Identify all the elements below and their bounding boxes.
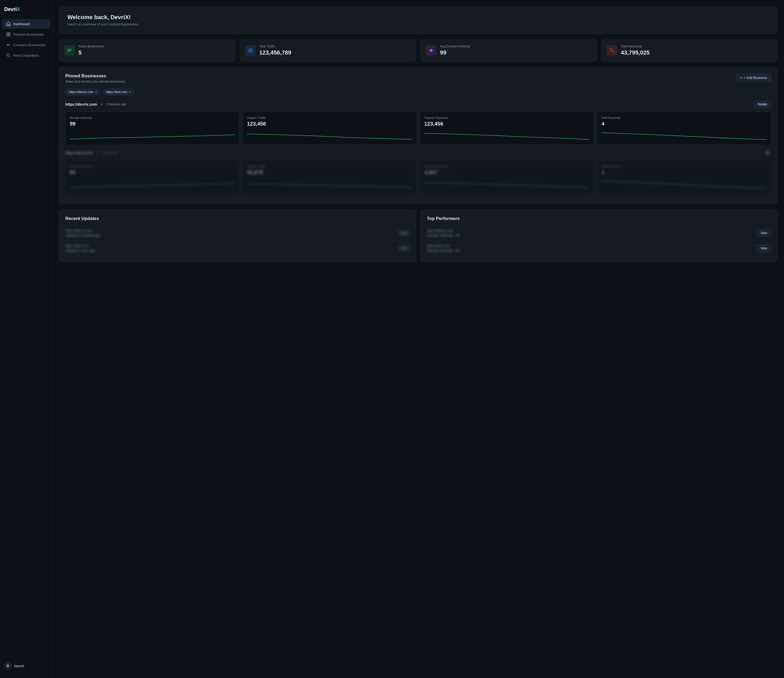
sidebar-item-dashboard-label: Dashboard bbox=[13, 22, 30, 26]
stat-avg-domain-authority: Avg Domain Authority 99 bbox=[420, 39, 597, 62]
metrics-grid-devrix: Domain Authority 99 Organic Traffic 123,… bbox=[65, 112, 771, 145]
business-url-blurred: https://test.com bbox=[65, 151, 93, 155]
metric-organic-keywords-value: 123,456 bbox=[424, 121, 590, 127]
logo: DevriX bbox=[0, 4, 52, 19]
top-performers-title: Top Performers bbox=[427, 216, 460, 221]
main-content: Welcome back, DevriX! Here's an overview… bbox=[53, 0, 784, 678]
sidebar-item-dashboard[interactable]: Dashboard bbox=[2, 19, 50, 29]
home-icon bbox=[6, 22, 11, 26]
performer-sub-1: Domain Authority · 99 bbox=[427, 233, 459, 237]
details-button-devrix[interactable]: Details bbox=[754, 101, 771, 108]
recent-updates-title: Recent Updates bbox=[65, 216, 99, 221]
sparkline-organic-traffic bbox=[247, 130, 412, 140]
view-button-2[interactable]: View bbox=[756, 245, 771, 252]
close-tab-test[interactable]: × bbox=[129, 90, 131, 94]
business-row-devrix: https://devrix.com 3 minutes ago Details… bbox=[65, 101, 771, 145]
bottom-grid: Recent Updates https://devrix.com Update… bbox=[59, 210, 778, 267]
avg-domain-authority-icon bbox=[426, 45, 436, 56]
welcome-title: Welcome back, DevriX! bbox=[67, 14, 769, 21]
performer-item-1: https://devrix.com Domain Authority · 99… bbox=[427, 225, 771, 241]
metric-blurred-2: Organic Traffic 45,678 bbox=[243, 160, 417, 193]
search-icon bbox=[6, 53, 11, 58]
svg-marker-9 bbox=[429, 48, 433, 52]
blurred-avatar bbox=[764, 149, 771, 157]
total-traffic-value: 123,456,789 bbox=[259, 49, 291, 56]
sparkline-organic-keywords bbox=[424, 130, 590, 140]
performer-item-2: https://test.com Domain Authority · 85 V… bbox=[427, 241, 771, 256]
metric-domain-authority: Domain Authority 99 bbox=[65, 112, 240, 145]
logo-text: DevriX bbox=[4, 6, 20, 12]
metric-organic-keywords-label: Organic Keywords bbox=[424, 116, 590, 119]
sparkline-paid-keywords bbox=[602, 130, 767, 140]
avg-domain-authority-label: Avg Domain Authority bbox=[440, 45, 470, 48]
svg-rect-7 bbox=[67, 51, 70, 52]
total-traffic-icon bbox=[245, 45, 256, 56]
metric-domain-authority-value: 99 bbox=[70, 121, 235, 127]
active-businesses-label: Active Businesses bbox=[78, 45, 104, 48]
pinned-businesses-subtitle: Select and monitor your pinned businesse… bbox=[65, 80, 125, 83]
pinned-tab-devrix[interactable]: https://devrix.com × bbox=[65, 89, 100, 95]
svg-rect-2 bbox=[6, 34, 8, 36]
stats-grid: Active Businesses 5 Total Traffic 123,45… bbox=[59, 39, 778, 62]
update-sub-2: Updated 1 hour ago bbox=[65, 249, 95, 252]
pinned-tab-test[interactable]: https://test.com × bbox=[103, 89, 134, 95]
svg-rect-5 bbox=[67, 49, 72, 50]
update-url-1: https://devrix.com bbox=[65, 229, 100, 233]
business-time-devrix: 3 minutes ago bbox=[106, 103, 126, 106]
total-keywords-value: 43,795,025 bbox=[621, 49, 650, 56]
svg-point-10 bbox=[610, 48, 613, 51]
svg-point-11 bbox=[766, 151, 769, 154]
metric-blurred-4: Paid Keywords 1 bbox=[597, 160, 771, 193]
avatar: D bbox=[4, 662, 11, 670]
metric-organic-keywords: Organic Keywords 123,456 bbox=[420, 112, 594, 145]
sidebar-item-tracked-businesses-label: Tracked Businesses bbox=[13, 33, 44, 36]
svg-rect-1 bbox=[9, 33, 10, 34]
metric-paid-keywords-label: Paid Keywords bbox=[602, 116, 767, 119]
update-badge-1: New bbox=[398, 230, 409, 236]
performer-url-1: https://devrix.com bbox=[427, 229, 459, 233]
stat-total-keywords: Total Keywords 43,795,025 bbox=[601, 39, 778, 62]
sidebar-bottom: D DevriX bbox=[0, 658, 52, 674]
update-sub-1: Updated 3 minutes ago bbox=[65, 233, 100, 237]
pinned-tabs: https://devrix.com × https://test.com × bbox=[65, 89, 771, 95]
sidebar: DevriX Dashboard Tracked Businesses bbox=[0, 0, 53, 678]
metric-organic-traffic-label: Organic Traffic bbox=[247, 116, 412, 119]
sidebar-item-find-competitors-label: Find Competitors bbox=[13, 53, 39, 58]
sidebar-item-compare-businesses[interactable]: Compare Businesses bbox=[2, 40, 50, 50]
view-button-1[interactable]: View bbox=[756, 229, 771, 237]
metric-organic-traffic-value: 123,456 bbox=[247, 121, 412, 127]
total-keywords-icon bbox=[607, 45, 617, 56]
sidebar-item-tracked-businesses[interactable]: Tracked Businesses bbox=[2, 30, 50, 39]
active-businesses-value: 5 bbox=[78, 49, 104, 56]
sidebar-item-compare-businesses-label: Compare Businesses bbox=[13, 43, 46, 47]
performer-sub-2: Domain Authority · 85 bbox=[427, 249, 459, 252]
grid-icon bbox=[6, 32, 11, 36]
business-time-blurred: 1 hour ago bbox=[102, 151, 117, 155]
metric-domain-authority-label: Domain Authority bbox=[70, 116, 235, 119]
total-traffic-label: Total Traffic bbox=[259, 45, 291, 48]
svg-rect-6 bbox=[67, 50, 72, 51]
metric-organic-traffic: Organic Traffic 123,456 bbox=[243, 112, 417, 145]
recent-updates-section: Recent Updates https://devrix.com Update… bbox=[59, 210, 416, 262]
pinned-businesses-section: Pinned Businesses Select and monitor you… bbox=[59, 67, 778, 204]
metric-paid-keywords: Paid Keywords 4 bbox=[597, 112, 771, 145]
stat-active-businesses: Active Businesses 5 bbox=[59, 39, 235, 62]
svg-rect-3 bbox=[9, 34, 10, 36]
update-url-2: https://test.com bbox=[65, 244, 95, 248]
welcome-subtitle: Here's an overview of your tracked busin… bbox=[67, 22, 769, 26]
close-tab-devrix[interactable]: × bbox=[95, 90, 97, 94]
update-badge-2: New bbox=[398, 245, 409, 251]
svg-rect-0 bbox=[6, 33, 8, 34]
business-row-blurred: https://test.com 1 hour ago Domain Autho… bbox=[65, 149, 771, 193]
business-url-devrix: https://devrix.com bbox=[65, 102, 97, 106]
user-name: DevriX bbox=[14, 664, 24, 668]
active-businesses-icon bbox=[64, 45, 75, 56]
sidebar-item-find-competitors[interactable]: Find Competitors bbox=[2, 51, 50, 60]
add-business-button[interactable]: + + Add Business bbox=[736, 73, 771, 82]
update-item-1: https://devrix.com Updated 3 minutes ago… bbox=[65, 225, 409, 241]
total-keywords-label: Total Keywords bbox=[621, 45, 650, 48]
update-item-2: https://test.com Updated 1 hour ago New bbox=[65, 241, 409, 256]
metric-blurred-1: Domain Authority 85 bbox=[65, 160, 240, 193]
stat-total-traffic: Total Traffic 123,456,789 bbox=[240, 39, 416, 62]
compare-icon bbox=[6, 43, 11, 47]
